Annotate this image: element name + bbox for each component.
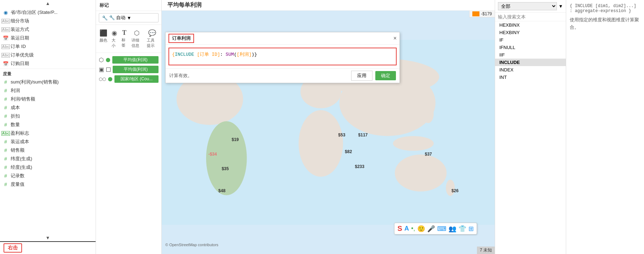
code-sum: SUM (226, 52, 234, 57)
sidebar-measure-item[interactable]: #sum(利润)/sum(销售额) (0, 78, 96, 86)
sidebar-item-细分市场[interactable]: Abc细分市场 (0, 17, 96, 25)
sidebar-measure-item[interactable]: #折扣 (0, 112, 96, 120)
size-btn[interactable]: ◉ 大小 (109, 28, 119, 50)
code-include: INCLUDE (175, 52, 194, 57)
ac-search-input[interactable] (495, 13, 566, 21)
formula-footer: 计算有效。 应用 确定 (166, 68, 399, 83)
ime-dot-btn[interactable]: •, (411, 225, 415, 232)
ac-filter-select[interactable]: 全部 (498, 2, 557, 10)
svg-point-7 (395, 155, 447, 191)
code-open-brace: { (172, 52, 175, 57)
ime-shirt-btn[interactable]: 👕 (458, 225, 466, 233)
ime-grid-btn[interactable]: ⊞ (468, 225, 474, 233)
marks-chip-3[interactable]: 国家/地区 (Cou... (114, 75, 159, 83)
map-area[interactable]: -$34 $19 $35 $48 $53 $117 $82 $233 $37 $… (162, 11, 495, 254)
hash-icon: # (4, 88, 7, 93)
hash-icon: # (4, 113, 7, 119)
sidebar-measure-item[interactable]: #成本 (0, 103, 96, 112)
ime-a-btn[interactable]: A (404, 225, 409, 232)
ac-left-panel: 全部 ▼ HEXBINXHEXBINYIFIFNULLIIFINCLUDEIND… (495, 0, 566, 254)
item-icon: # (3, 182, 9, 187)
item-icon: # (3, 147, 9, 153)
marks-row-3[interactable]: ⬡⬡ 国家/地区 (Cou... (96, 74, 161, 84)
ac-item-index[interactable]: INDEX (495, 66, 566, 74)
ac-item-ifnull[interactable]: IFNULL (495, 44, 566, 51)
code-field: [订单 ID] (197, 52, 220, 57)
item-icon: ◉ (3, 10, 9, 15)
sidebar-item-装运日期[interactable]: 📅装运日期 (0, 34, 96, 42)
map-label-19: $19 (232, 137, 239, 142)
apply-button[interactable]: 应用 (351, 71, 372, 81)
autocomplete-inner: 全部 ▼ HEXBINXHEXBINYIFIFNULLIIFINCLUDEIND… (495, 0, 644, 254)
ac-item-include[interactable]: INCLUDE (495, 59, 566, 66)
ime-s-btn[interactable]: S (397, 225, 402, 233)
ac-list: HEXBINXHEXBINYIFIFNULLIIFINCLUDEINDEXINT (495, 21, 566, 254)
formula-name-input[interactable] (197, 35, 391, 42)
marks-type-selector[interactable]: 🔧 🔧 自动 ▼ (99, 13, 159, 22)
map-label-233: $233 (355, 164, 364, 169)
ac-item-hexbinx[interactable]: HEXBINX (495, 21, 566, 29)
ac-item-if[interactable]: IF (495, 36, 566, 44)
ac-item-iif[interactable]: IIF (495, 51, 566, 59)
marks-dropdown[interactable]: 🔧 🔧 自动 ▼ (96, 11, 161, 25)
sidebar-measure-item[interactable]: #数量 (0, 120, 96, 129)
sidebar-measure-item[interactable]: #纬度(生成) (0, 155, 96, 163)
sidebar-measure-item[interactable]: Abc盈利标志 (0, 129, 96, 137)
label-btn[interactable]: T 标签 (119, 28, 129, 50)
sidebar-measure-item[interactable]: #装运成本 (0, 137, 96, 146)
dots-icon-3: ⬡⬡ (99, 77, 106, 82)
sidebar-item-订单 I[interactable]: Abc订单 ID (0, 42, 96, 51)
ac-item-int[interactable]: INT (495, 74, 566, 81)
sidebar: ▲ ◉省/市/自治区 (State/P...Abc细分市场Abc装运方式📅装运日… (0, 0, 96, 254)
svg-point-4 (299, 110, 343, 177)
ime-keyboard-btn[interactable]: ⌨ (437, 225, 446, 233)
map-label-48: $48 (218, 188, 225, 193)
marks-row-2[interactable]: ▣ 平均值(利润) (96, 65, 161, 74)
marks-title: 标记 (96, 0, 161, 11)
sidebar-item-订购日期[interactable]: 📅订购日期 (0, 59, 96, 68)
sidebar-item-装运方式[interactable]: Abc装运方式 (0, 25, 96, 34)
marks-row-1[interactable]: ⬡ 平均值(利润) (96, 55, 161, 65)
item-icon: # (3, 96, 9, 102)
scroll-up-btn[interactable]: ▲ (0, 0, 96, 7)
marks-chip-2[interactable]: 平均值(利润) (113, 66, 159, 73)
item-label: 细分市场 (11, 18, 92, 24)
sidebar-item-订单优先[interactable]: Abc订单优先级 (0, 51, 96, 59)
scroll-down-btn[interactable]: ▼ (0, 234, 96, 241)
sidebar-measure-item[interactable]: #度量值 (0, 180, 96, 189)
formula-code-box[interactable]: {INCLUDE [订单 ID]: SUM([利润])} (168, 48, 397, 65)
marks-items: ⬡ 平均值(利润) ▣ 平均值(利润) ⬡⬡ 国家/地区 (Cou... (96, 53, 161, 86)
color-label: 颜色 (100, 38, 107, 43)
ime-person-btn[interactable]: 👥 (449, 225, 456, 233)
item-label: sum(利润)/sum(销售额) (11, 79, 92, 85)
tooltip-btn[interactable]: 💬 工具提示 (145, 28, 160, 50)
sidebar-measure-item[interactable]: #经度(生成) (0, 163, 96, 172)
confirm-button[interactable]: 确定 (375, 71, 396, 80)
color-icon: ⬛ (100, 29, 107, 37)
sidebar-measure-item[interactable]: #利润/销售额 (0, 95, 96, 103)
detail-btn[interactable]: ⬡ 详细信息 (129, 28, 145, 50)
ac-item-hexbiny[interactable]: HEXBINY (495, 29, 566, 36)
hash-icon: # (4, 147, 7, 153)
calendar-icon: 📅 (3, 36, 9, 41)
item-label: 纬度(生成) (11, 156, 92, 162)
sidebar-measure-item[interactable]: #销售额 (0, 146, 96, 155)
color-btn[interactable]: ⬛ 颜色 (97, 28, 109, 50)
marks-chip-1[interactable]: 平均值(利润) (112, 56, 159, 64)
sidebar-measure-item[interactable]: #利润 (0, 86, 96, 95)
ime-emoji-btn[interactable]: 🙂 (417, 225, 425, 233)
formula-dialog: 订单利润 × {INCLUDE [订单 ID]: SUM([利润])} 计算有效… (165, 32, 400, 83)
map-label-82: $82 (345, 149, 352, 154)
map-label-minus34: -$34 (208, 152, 217, 157)
svg-point-11 (393, 136, 434, 151)
formula-close-btn[interactable]: × (393, 35, 397, 42)
sidebar-item-省/市/[interactable]: ◉省/市/自治区 (State/P... (0, 8, 96, 17)
abc-icon: Abc (1, 19, 10, 23)
ime-mic-btn[interactable]: 🎤 (427, 225, 435, 233)
svg-point-9 (423, 104, 434, 123)
sidebar-measure-item[interactable]: #记录数 (0, 172, 96, 180)
item-label: 盈利标志 (11, 130, 92, 136)
item-label: 销售额 (11, 147, 92, 153)
item-icon: # (3, 139, 9, 145)
auto-icon: 🔧 (102, 15, 108, 21)
